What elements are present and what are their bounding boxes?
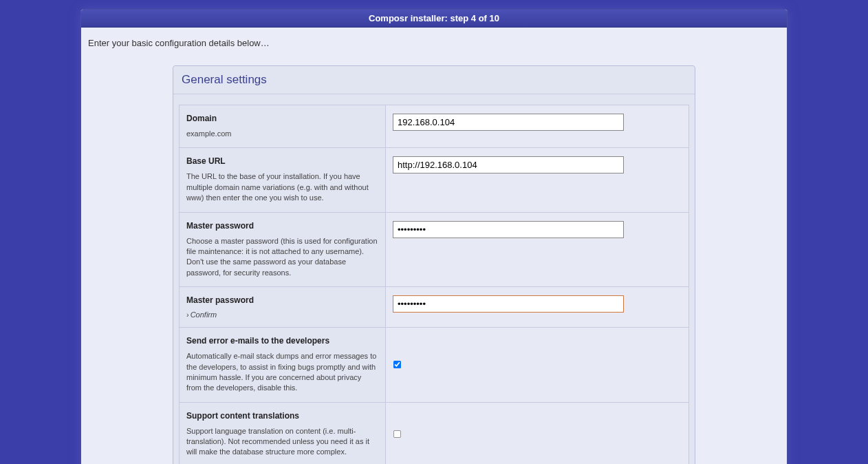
support-translations-label: Support content translations — [186, 411, 378, 421]
domain-input[interactable] — [393, 114, 624, 131]
page-title: Composr installer: step 4 of 10 — [369, 13, 499, 23]
base-url-input-cell — [385, 148, 689, 212]
send-errors-checkbox[interactable] — [393, 361, 401, 368]
master-password-row: Master password Choose a master password… — [179, 213, 689, 288]
support-translations-checkbox[interactable] — [393, 430, 401, 438]
master-password-confirm-label-cell: Master password ›Confirm — [179, 287, 385, 328]
master-password-input[interactable] — [393, 221, 624, 238]
support-translations-label-cell: Support content translations Support lan… — [179, 403, 385, 464]
header-bar: Composr installer: step 4 of 10 — [81, 10, 787, 28]
send-errors-label: Send error e-mails to the developers — [186, 336, 378, 346]
support-translations-input-cell — [385, 403, 689, 464]
base-url-input[interactable] — [393, 156, 624, 173]
domain-label-cell: Domain example.com — [179, 105, 385, 148]
domain-input-cell — [385, 105, 689, 148]
master-password-label-cell: Master password Choose a master password… — [179, 213, 385, 288]
support-translations-row: Support content translations Support lan… — [179, 403, 689, 464]
master-password-confirm-input[interactable] — [393, 295, 624, 313]
send-errors-input-cell — [385, 328, 689, 403]
base-url-row: Base URL The URL to the base of your ins… — [179, 148, 689, 212]
domain-row: Domain example.com — [179, 105, 689, 148]
master-password-description: Choose a master password (this is used f… — [186, 236, 378, 279]
send-errors-label-cell: Send error e-mails to the developers Aut… — [179, 328, 385, 403]
send-errors-row: Send error e-mails to the developers Aut… — [179, 328, 689, 403]
support-translations-description: Support language translation on content … — [186, 426, 378, 458]
send-errors-description: Automatically e-mail stack dumps and err… — [186, 351, 378, 394]
base-url-label: Base URL — [186, 156, 378, 166]
general-settings-panel: General settings Domain example.com Base… — [173, 65, 695, 464]
master-password-confirm-label: Master password — [186, 295, 378, 305]
master-password-confirm-row: Master password ›Confirm — [179, 287, 689, 328]
domain-label: Domain — [186, 114, 378, 123]
domain-description: example.com — [186, 129, 378, 139]
intro-text: Enter your basic configuration details b… — [81, 28, 787, 65]
panel-title: General settings — [173, 66, 695, 94]
settings-form-table: Domain example.com Base URL The URL to t… — [173, 105, 695, 464]
installer-container: Composr installer: step 4 of 10 Enter yo… — [80, 9, 788, 464]
base-url-description: The URL to the base of your installation… — [186, 171, 378, 203]
master-password-input-cell — [385, 213, 689, 288]
master-password-label: Master password — [186, 221, 378, 231]
chevron-right-icon: › — [186, 310, 189, 319]
base-url-label-cell: Base URL The URL to the base of your ins… — [179, 148, 385, 212]
confirm-sublabel: ›Confirm — [186, 310, 378, 319]
master-password-confirm-input-cell — [385, 287, 689, 328]
